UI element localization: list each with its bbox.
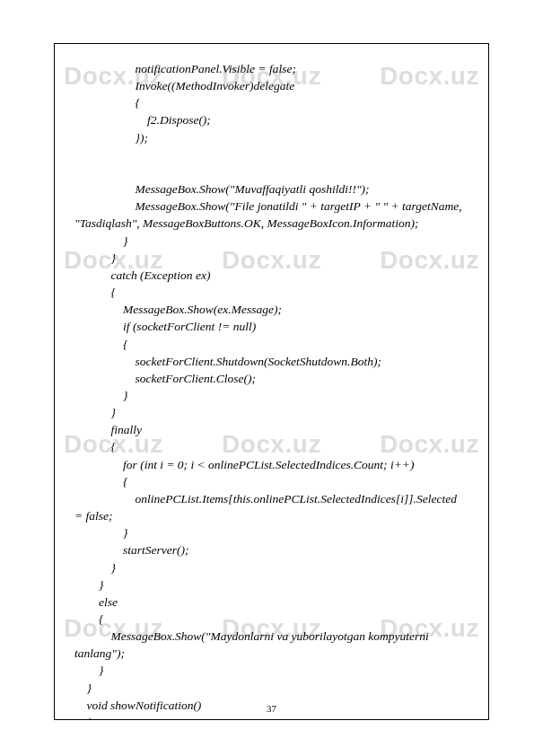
code-block: notificationPanel.Visible = false; Invok… — [74, 60, 468, 720]
page-number: 37 — [55, 703, 488, 714]
page: Docx.uz Docx.uz Docx.uz Docx.uz Docx.uz … — [0, 0, 534, 756]
content-frame: Docx.uz Docx.uz Docx.uz Docx.uz Docx.uz … — [54, 43, 489, 720]
